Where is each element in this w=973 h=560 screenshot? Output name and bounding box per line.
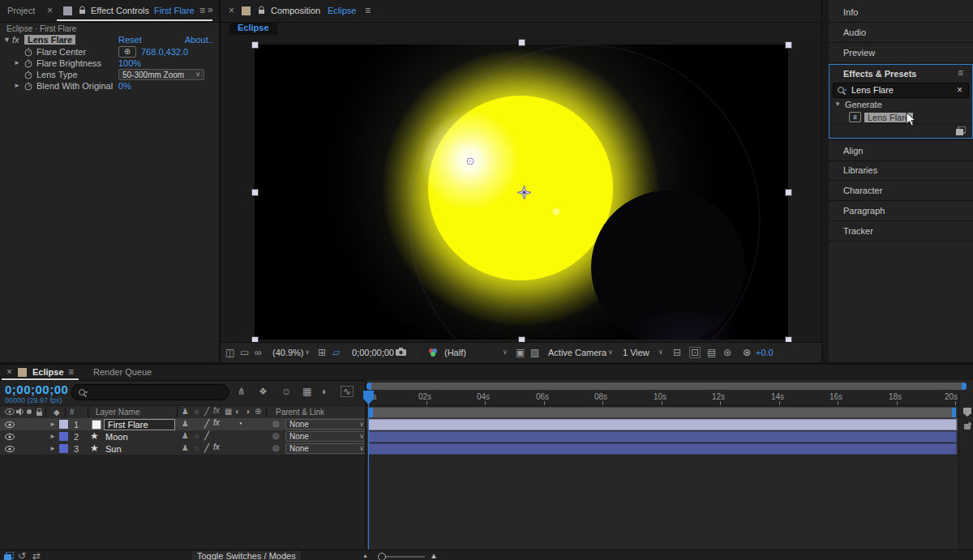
search-input-value[interactable]: Lens Flare [851,85,894,95]
selection-handle[interactable] [785,189,792,196]
channels-icon[interactable] [428,348,438,357]
layer-row-moon[interactable]: ► 2 ★ Moon ♟ ☼ ╱ ◎ None ∨ [0,430,365,443]
sidebar-item-paragraph[interactable]: Paragraph [829,200,973,221]
view-camera-value[interactable]: Active Camera [548,348,607,357]
expand-layer-icon[interactable]: ► [49,421,56,428]
show-snapshot-icon[interactable]: ◌ [414,348,419,357]
pixel-aspect-icon[interactable]: ⊡ [689,347,701,358]
tab-effect-controls[interactable]: Effect Controls [91,6,149,15]
close-icon[interactable]: × [47,6,53,15]
property-value[interactable]: 768.0,432.0 [141,47,188,57]
chevron-down-icon[interactable]: ∨ [305,349,310,356]
time-navigator[interactable] [366,383,967,390]
expand-layer-icon[interactable]: ► [49,434,56,440]
point-picker-icon[interactable]: ⊕ [118,46,136,58]
work-area-start[interactable] [369,408,373,417]
flare-center-anchor-icon[interactable] [517,186,531,199]
collapse-group-icon[interactable]: ▼ [834,101,841,108]
playhead-handle[interactable] [363,391,374,404]
layer-label-chip[interactable] [59,432,68,441]
threed-column-icon[interactable]: ⊕ [255,408,261,416]
quality-toggle[interactable]: ╱ [204,432,209,440]
comp-timecode[interactable]: 0;00;00;00 [352,348,394,357]
collapse-column-icon[interactable]: ☼ [193,408,200,416]
fx-toggle[interactable]: fx [213,419,220,427]
layer-label-chip[interactable] [59,444,68,453]
label-column-icon[interactable]: ◆ [54,408,60,417]
tab-composition-name[interactable]: Eclipse [328,6,356,15]
panel-menu-icon[interactable]: ≡ [365,6,371,15]
layer-name-column-header[interactable]: Layer Name [96,408,139,417]
layer-bar-first-flare[interactable] [368,419,957,430]
magnification-value[interactable]: (40.9%) [272,348,304,357]
eye-icon[interactable] [5,421,15,428]
work-area-end[interactable] [952,408,956,417]
layer-name-editbox[interactable]: First Flare [104,419,175,430]
panel-menu-icon[interactable]: ≡ [958,68,963,78]
current-timecode[interactable]: 0;00;00;00 [5,383,68,396]
quality-column-icon[interactable]: ╱ [204,408,209,416]
lock-icon[interactable] [79,6,86,15]
effects-presets-header[interactable]: Effects & Presets ≡ [829,65,972,82]
collapse-toggle[interactable]: ☼ [193,432,200,440]
close-icon[interactable]: × [229,6,234,15]
layer-row-first-flare[interactable]: ► 1 First Flare ♟ ╱ fx ◔ ◎ None ∨ [0,418,365,431]
view-layout-value[interactable]: 1 View [623,348,649,357]
composition-frame[interactable] [255,45,788,340]
motion-blur-column-icon[interactable]: ◐ [235,408,240,416]
tab-timeline-eclipse[interactable]: Eclipse [32,367,64,377]
lock-column-icon[interactable] [36,408,43,417]
pickwhip-icon[interactable]: ◎ [272,444,280,452]
timeline-zoom-knob[interactable] [378,553,386,560]
effect-about-link[interactable]: About.. [185,35,213,45]
comp-button-icon[interactable] [962,421,972,430]
zoom-out-mountain-icon[interactable]: ▲ [362,553,368,558]
close-icon[interactable]: × [6,367,12,377]
selection-handle[interactable] [518,39,525,46]
expand-effect-icon[interactable]: ▼ [3,36,11,44]
shy-toggle[interactable]: ♟ [182,432,189,440]
timeline-search-box[interactable] [71,384,229,400]
zoom-in-mountain-icon[interactable]: ▲ [430,552,438,560]
chevron-down-icon[interactable]: ∨ [608,349,613,356]
selection-handle[interactable] [251,336,259,342]
selection-handle[interactable] [785,41,792,49]
tab-composition[interactable]: Composition [271,6,320,15]
layer-name[interactable]: Moon [105,432,128,442]
comp-marker-bin-icon[interactable] [962,407,972,417]
quality-toggle[interactable]: ╱ [204,444,209,452]
effects-search-box[interactable]: Lens Flare × [833,83,969,98]
layer-row-sun[interactable]: ► 3 ★ Sun ♟ ☼ ╱ fx ◎ None ∨ [0,442,365,455]
adjustment-column-icon[interactable]: ◑ [245,408,250,416]
stopwatch-icon[interactable] [24,59,32,68]
selection-handle[interactable] [251,189,259,196]
layer-bar-moon[interactable] [368,431,957,442]
tab-render-queue[interactable]: Render Queue [93,367,152,377]
number-column-header[interactable]: # [70,408,75,417]
expand-inout-pane-icon[interactable]: ⇄ [32,551,41,560]
grid-guides-icon[interactable]: ⊞ [318,348,326,357]
fx-column-icon[interactable]: fx [213,407,220,415]
parent-dropdown[interactable]: None ∨ [285,443,368,454]
mask-visibility-icon[interactable]: ▱ [332,347,340,358]
property-value[interactable]: 100% [118,58,141,68]
parent-link-column-header[interactable]: Parent & Link [276,408,324,417]
snapshot-camera-icon[interactable] [396,348,406,356]
shy-layers-icon[interactable]: ☺ [281,387,291,396]
stopwatch-icon[interactable] [24,48,32,57]
time-ruler[interactable]: 0s 02s 04s 06s 08s 10s 12s 14s 16s 18s 2… [366,391,973,406]
property-value[interactable]: 0% [118,81,131,91]
exposure-icon[interactable]: ⊛ [743,348,751,357]
selection-handle[interactable] [518,336,525,342]
panel-group-chip[interactable] [18,368,27,377]
navigator-start-handle[interactable] [366,383,371,390]
effect-reset-link[interactable]: Reset [118,35,142,45]
effect-name[interactable]: Lens Flare [24,35,75,45]
layer-bar-sun[interactable] [368,443,957,455]
expand-property-icon[interactable]: ► [14,60,20,66]
sidebar-item-libraries[interactable]: Libraries [829,160,973,181]
lens-type-dropdown[interactable]: 50-300mm Zoom ∨ [118,69,204,80]
motion-blur-icon[interactable]: ◐ [322,387,328,396]
sidebar-item-audio[interactable]: Audio [829,22,973,43]
work-area-bar[interactable] [368,407,957,418]
